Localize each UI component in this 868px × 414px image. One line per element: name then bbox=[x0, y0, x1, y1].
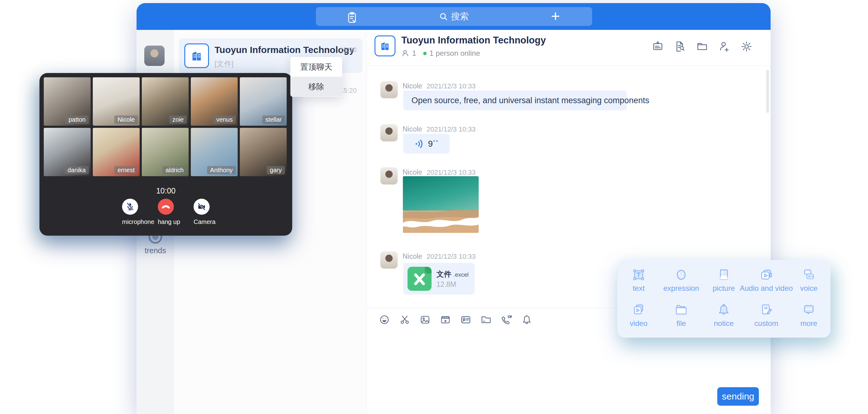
add-member-icon[interactable] bbox=[718, 40, 731, 53]
hangup-label: hang up bbox=[158, 218, 174, 225]
video-grid: patton Nicole zoie venus stellar danika … bbox=[44, 77, 288, 176]
top-bar: 搜索 + bbox=[136, 3, 771, 30]
screen: 搜索 + trends bbox=[0, 0, 868, 414]
notification-bell-icon[interactable] bbox=[521, 314, 533, 326]
chat-item-preview: [文件] bbox=[215, 59, 233, 69]
popup-item-custom[interactable]: custom bbox=[745, 302, 787, 337]
avatar[interactable] bbox=[380, 124, 398, 141]
video-tile[interactable]: patton bbox=[44, 77, 91, 126]
send-file-icon[interactable] bbox=[480, 314, 492, 326]
microphone-control[interactable]: microphone bbox=[122, 199, 138, 225]
add-button[interactable]: + bbox=[548, 9, 562, 24]
send-button[interactable]: sending bbox=[717, 387, 759, 406]
message-meta: Nicole2021/12/3 10:33 bbox=[403, 125, 475, 133]
microphone-label: microphone bbox=[122, 218, 138, 225]
organization-icon bbox=[374, 35, 396, 56]
popup-item-expression[interactable]: expression bbox=[660, 267, 703, 302]
call-controls: microphone hang up bbox=[39, 199, 292, 225]
video-tile[interactable]: Nicole bbox=[93, 77, 140, 126]
video-tile[interactable]: stellar bbox=[240, 77, 287, 126]
popup-item-picture[interactable]: picture bbox=[703, 267, 745, 302]
online-dot bbox=[423, 52, 427, 55]
video-tile[interactable]: venus bbox=[191, 77, 238, 126]
input-toolbar bbox=[378, 314, 533, 326]
hangup-control[interactable]: hang up bbox=[158, 199, 174, 225]
video-icon bbox=[631, 302, 646, 317]
voice-icon bbox=[801, 267, 816, 282]
participant-name: Anthony bbox=[207, 166, 236, 174]
picture-icon bbox=[716, 267, 731, 282]
file-size: 12.8M bbox=[436, 280, 456, 289]
file-message-bubble[interactable]: 文件 .excel 12.8M bbox=[403, 263, 475, 294]
popup-item-audio-video[interactable]: Audio and video bbox=[745, 267, 787, 302]
participant-name: danika bbox=[64, 166, 89, 174]
camera-off-icon bbox=[197, 202, 207, 212]
video-call-icon[interactable] bbox=[501, 314, 512, 326]
file-ext: .excel bbox=[454, 272, 469, 278]
send-image-icon[interactable] bbox=[419, 314, 431, 326]
chat-item-time: 15:20 bbox=[340, 87, 356, 95]
avatar[interactable] bbox=[380, 81, 398, 98]
video-tile[interactable]: aldrich bbox=[142, 128, 189, 176]
members-icon bbox=[401, 49, 409, 57]
sender-name: Nicole bbox=[403, 252, 422, 260]
chat-record-search-icon[interactable] bbox=[674, 40, 686, 53]
menu-item-remove[interactable]: 移除 bbox=[290, 77, 342, 96]
conversation-actions bbox=[652, 40, 753, 53]
hangup-button[interactable] bbox=[158, 199, 174, 215]
conversation-panel: Tuoyun Information Technology 1 1 person… bbox=[367, 30, 771, 414]
voice-message-bubble[interactable]: 9`` bbox=[403, 134, 450, 154]
text-icon bbox=[631, 267, 646, 282]
chat-context-menu: 置顶聊天 移除 bbox=[290, 57, 342, 97]
contact-card-icon[interactable] bbox=[460, 314, 472, 326]
menu-item-pin-chat[interactable]: 置顶聊天 bbox=[290, 57, 342, 77]
participant-name: venus bbox=[213, 116, 236, 124]
camera-label: Camera bbox=[193, 218, 210, 225]
message-timestamp: 2021/12/3 10:33 bbox=[427, 82, 475, 90]
member-count: 1 bbox=[412, 49, 416, 58]
video-tile[interactable]: danika bbox=[44, 128, 91, 176]
video-tile[interactable]: zoie bbox=[142, 77, 189, 126]
image-message-beach[interactable] bbox=[403, 176, 479, 233]
popup-item-file[interactable]: file bbox=[660, 302, 703, 337]
excel-file-icon bbox=[407, 267, 432, 291]
group-notice-icon[interactable] bbox=[652, 40, 664, 53]
video-tile[interactable]: ernest bbox=[93, 128, 140, 176]
search-icon bbox=[439, 12, 448, 21]
avatar[interactable] bbox=[380, 251, 398, 268]
notice-icon bbox=[716, 302, 731, 317]
participant-name: gary bbox=[267, 166, 285, 174]
camera-control[interactable]: Camera bbox=[193, 199, 210, 225]
screenshot-scissors-icon[interactable] bbox=[399, 314, 410, 326]
more-icon bbox=[801, 302, 816, 317]
popup-item-voice[interactable]: voice bbox=[787, 267, 830, 302]
popup-item-notice[interactable]: notice bbox=[703, 302, 745, 337]
voice-wave-icon bbox=[414, 138, 425, 149]
search-bar[interactable]: 搜索 + bbox=[316, 7, 592, 26]
chat-item-time: 15:20 bbox=[340, 46, 356, 54]
participant-name: Nicole bbox=[114, 116, 138, 124]
message-meta: Nicole2021/12/3 10:33 bbox=[403, 252, 475, 261]
scrollbar[interactable] bbox=[766, 70, 769, 113]
popup-item-video[interactable]: video bbox=[617, 302, 660, 337]
popup-item-text[interactable]: text bbox=[617, 267, 660, 302]
camera-toggle-button[interactable] bbox=[193, 199, 210, 215]
video-tile[interactable]: Anthony bbox=[191, 128, 238, 176]
settings-icon[interactable] bbox=[740, 40, 753, 53]
popup-item-more[interactable]: more bbox=[787, 302, 830, 337]
file-management-icon[interactable] bbox=[696, 40, 708, 53]
custom-icon bbox=[759, 302, 774, 317]
microphone-mute-button[interactable] bbox=[122, 199, 138, 215]
my-avatar[interactable] bbox=[144, 45, 164, 66]
chat-item-title: Tuoyun Information Technology bbox=[215, 45, 354, 55]
text-message-bubble[interactable]: Open source, free, and universal instant… bbox=[403, 91, 627, 110]
avatar[interactable] bbox=[380, 167, 398, 185]
send-video-icon[interactable] bbox=[439, 314, 451, 326]
trends-label: trends bbox=[136, 246, 174, 255]
participant-name: zoie bbox=[169, 116, 187, 124]
emoji-icon[interactable] bbox=[378, 314, 390, 326]
sender-name: Nicole bbox=[403, 168, 422, 176]
online-status: 1 person online bbox=[429, 49, 480, 58]
video-tile[interactable]: gary bbox=[240, 128, 287, 176]
video-call-overlay: patton Nicole zoie venus stellar danika … bbox=[39, 73, 292, 236]
